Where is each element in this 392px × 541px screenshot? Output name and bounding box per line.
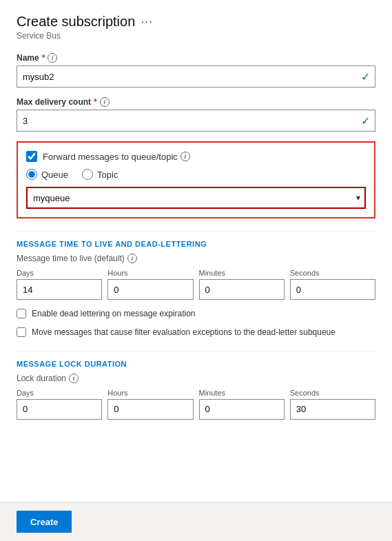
ttl-time-fields: Days Hours Minutes Seconds <box>17 269 375 300</box>
ttl-info-icon[interactable]: i <box>127 254 137 263</box>
queue-select-wrapper: myqueue myqueue2 myqueue3 ▾ <box>26 187 366 209</box>
message-ttl-header: MESSAGE TIME TO LIVE AND DEAD-LETTERING <box>17 231 375 248</box>
ttl-seconds-label: Seconds <box>290 269 375 277</box>
max-delivery-field-group: Max delivery count * i ✓ <box>17 97 375 132</box>
lock-minutes-field: Minutes <box>199 389 285 420</box>
message-ttl-sublabel: Message time to live (default) i <box>17 254 375 263</box>
lock-seconds-input[interactable] <box>290 399 375 420</box>
lock-days-field: Days <box>17 389 102 420</box>
dead-letter-checkbox[interactable] <box>17 309 26 318</box>
name-required: * <box>42 53 45 63</box>
lock-hours-field: Hours <box>107 389 193 420</box>
lock-days-input[interactable] <box>17 399 102 420</box>
page-subtitle: Service Bus <box>17 31 375 41</box>
ttl-minutes-field: Minutes <box>199 269 285 300</box>
forward-info-icon[interactable]: i <box>180 152 190 161</box>
queue-select[interactable]: myqueue myqueue2 myqueue3 <box>26 187 366 209</box>
queue-radio-label[interactable]: Queue <box>41 170 68 180</box>
max-delivery-info-icon[interactable]: i <box>100 97 110 107</box>
topic-radio-label[interactable]: Topic <box>97 170 118 180</box>
page-header: Create subscription ··· Service Bus <box>17 14 375 41</box>
lock-hours-input[interactable] <box>107 399 193 420</box>
more-options-icon[interactable]: ··· <box>141 14 153 29</box>
move-messages-checkbox-row: Move messages that cause filter evaluati… <box>17 327 375 338</box>
topic-radio-option[interactable]: Topic <box>82 169 118 180</box>
lock-info-icon[interactable]: i <box>69 374 79 383</box>
topic-radio[interactable] <box>82 169 93 180</box>
lock-duration-sublabel: Lock duration i <box>17 374 375 383</box>
lock-seconds-label: Seconds <box>290 389 375 397</box>
forward-messages-box: Forward messages to queue/topic i Queue … <box>17 141 375 218</box>
lock-days-label: Days <box>17 389 102 397</box>
ttl-days-input[interactable] <box>17 279 102 300</box>
max-delivery-input-wrapper: ✓ <box>17 110 375 132</box>
ttl-hours-field: Hours <box>107 269 193 300</box>
name-input-wrapper: ✓ <box>17 65 375 88</box>
ttl-hours-input[interactable] <box>107 279 193 300</box>
ttl-days-label: Days <box>17 269 102 277</box>
name-check-icon: ✓ <box>361 70 370 83</box>
ttl-minutes-label: Minutes <box>199 269 285 277</box>
ttl-hours-label: Hours <box>107 269 193 277</box>
move-messages-checkbox[interactable] <box>17 327 26 337</box>
forward-radio-row: Queue Topic <box>26 169 366 180</box>
ttl-days-field: Days <box>17 269 102 300</box>
name-info-icon[interactable]: i <box>48 53 57 63</box>
lock-hours-label: Hours <box>107 389 193 397</box>
forward-checkbox[interactable] <box>26 151 37 162</box>
dead-letter-label[interactable]: Enable dead lettering on message expirat… <box>32 308 196 320</box>
ttl-minutes-input[interactable] <box>199 279 285 300</box>
message-ttl-section: MESSAGE TIME TO LIVE AND DEAD-LETTERING … <box>17 231 375 338</box>
name-input[interactable] <box>17 65 375 88</box>
page-title: Create subscription <box>17 14 135 30</box>
queue-radio[interactable] <box>26 169 37 180</box>
max-delivery-label: Max delivery count * i <box>17 97 375 107</box>
ttl-seconds-field: Seconds <box>290 269 375 300</box>
lock-duration-section: MESSAGE LOCK DURATION Lock duration i Da… <box>17 351 375 420</box>
ttl-seconds-input[interactable] <box>290 279 375 300</box>
max-delivery-input[interactable] <box>17 110 375 132</box>
lock-seconds-field: Seconds <box>290 389 375 420</box>
create-button[interactable]: Create <box>17 511 72 533</box>
forward-checkbox-row: Forward messages to queue/topic i <box>26 151 366 162</box>
max-delivery-check-icon: ✓ <box>361 114 370 127</box>
forward-checkbox-label[interactable]: Forward messages to queue/topic i <box>43 152 190 162</box>
dead-letter-checkbox-row: Enable dead lettering on message expirat… <box>17 308 375 320</box>
bottom-action-bar: Create <box>0 502 392 541</box>
queue-radio-option[interactable]: Queue <box>26 169 68 180</box>
move-messages-label[interactable]: Move messages that cause filter evaluati… <box>32 327 336 338</box>
name-field-group: Name * i ✓ <box>17 53 375 88</box>
name-label: Name * i <box>17 53 375 63</box>
max-delivery-required: * <box>94 97 97 107</box>
lock-minutes-input[interactable] <box>199 399 285 420</box>
lock-time-fields: Days Hours Minutes Seconds <box>17 389 375 420</box>
lock-duration-header: MESSAGE LOCK DURATION <box>17 351 375 368</box>
lock-minutes-label: Minutes <box>199 389 285 397</box>
